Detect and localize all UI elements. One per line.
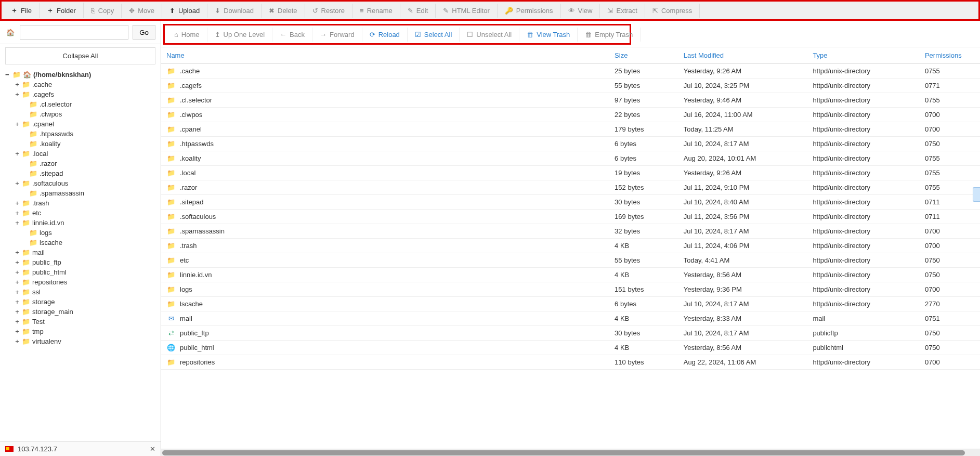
expand-icon[interactable]: + (15, 268, 20, 276)
table-row[interactable]: linnie.id.vn4 KBYesterday, 8:56 AMhttpd/… (161, 268, 980, 282)
table-row[interactable]: .trash4 KBJul 11, 2024, 4:06 PMhttpd/uni… (161, 239, 980, 253)
col-size[interactable]: Size (609, 47, 678, 64)
table-row[interactable]: .spamassassin32 bytesJul 10, 2024, 8:17 … (161, 224, 980, 239)
table-row[interactable]: logs151 bytesYesterday, 9:36 PMhttpd/uni… (161, 282, 980, 297)
table-row[interactable]: mail4 KBYesterday, 8:33 AMmail0751 (161, 311, 980, 326)
table-row[interactable]: .cl.selector97 bytesYesterday, 9:46 AMht… (161, 93, 980, 108)
tree-item[interactable]: .koality (15, 139, 161, 149)
tree-item[interactable]: .sitepad (15, 168, 161, 178)
tree-item[interactable]: +storage_main (15, 307, 161, 317)
horizontal-scrollbar[interactable] (161, 449, 980, 456)
table-row[interactable]: .cache25 bytesYesterday, 9:26 AMhttpd/un… (161, 64, 980, 79)
back-button[interactable]: Back (272, 28, 312, 42)
delete-button[interactable]: Delete (262, 4, 305, 18)
expand-icon[interactable]: + (15, 308, 20, 316)
tree-item[interactable]: +.cpanel (15, 119, 161, 129)
tree-item[interactable]: +linnie.id.vn (15, 218, 161, 228)
tree-item[interactable]: +public_ftp (15, 257, 161, 267)
table-row[interactable]: public_html4 KBYesterday, 8:56 AMpublich… (161, 341, 980, 355)
expand-icon[interactable]: + (15, 249, 20, 256)
tree-item[interactable]: +.trash (15, 198, 161, 208)
tree-item[interactable]: +public_html (15, 267, 161, 277)
tree-item[interactable]: .htpasswds (15, 129, 161, 139)
file-button[interactable]: File (4, 3, 40, 18)
go-button[interactable]: Go (133, 25, 155, 40)
expand-icon[interactable]: + (15, 179, 20, 187)
forward-button[interactable]: Forward (312, 28, 362, 42)
expand-icon[interactable]: + (15, 337, 20, 345)
home-icon[interactable] (5, 29, 16, 36)
side-tab[interactable] (973, 187, 980, 202)
expand-icon[interactable]: + (15, 120, 20, 128)
table-row[interactable]: public_ftp30 bytesJul 10, 2024, 8:17 AMp… (161, 326, 980, 341)
empty-trash-button[interactable]: Empty Trash (578, 28, 641, 42)
expand-icon[interactable]: + (15, 150, 20, 158)
tree-item[interactable]: .cl.selector (15, 99, 161, 109)
tree-item[interactable]: .clwpos (15, 109, 161, 119)
file-table-wrap[interactable]: Name Size Last Modified Type Permissions… (161, 47, 980, 449)
tree-item[interactable]: +Test (15, 317, 161, 327)
home-button[interactable]: Home (167, 28, 207, 42)
collapse-icon[interactable]: − (5, 71, 10, 79)
html-editor-button[interactable]: HTML Editor (436, 4, 497, 18)
tree-item[interactable]: +etc (15, 208, 161, 218)
permissions-button[interactable]: Permissions (498, 4, 561, 18)
table-row[interactable]: etc55 bytesToday, 4:41 AMhttpd/unix-dire… (161, 253, 980, 268)
view-button[interactable]: View (561, 4, 600, 18)
tree-item[interactable]: +.local (15, 149, 161, 159)
tree-item[interactable]: +tmp (15, 327, 161, 336)
extract-button[interactable]: Extract (600, 4, 645, 18)
tree-root[interactable]: − (/home/bknskhan) (5, 70, 161, 80)
expand-icon[interactable]: + (15, 278, 20, 286)
select-all-button[interactable]: Select All (408, 28, 460, 42)
table-row[interactable]: .htpasswds6 bytesJul 10, 2024, 8:17 AMht… (161, 137, 980, 151)
view-trash-button[interactable]: View Trash (519, 28, 578, 42)
tree-item[interactable]: +mail (15, 247, 161, 257)
table-row[interactable]: .clwpos22 bytesJul 16, 2024, 11:00 AMhtt… (161, 108, 980, 122)
rename-button[interactable]: Rename (352, 4, 400, 18)
tree-item[interactable]: +repositories (15, 277, 161, 287)
expand-icon[interactable]: + (15, 258, 20, 266)
table-row[interactable]: .cagefs55 bytesJul 10, 2024, 3:25 PMhttp… (161, 79, 980, 93)
up-one-level-button[interactable]: Up One Level (207, 28, 273, 42)
table-row[interactable]: .local19 bytesYesterday, 9:26 AMhttpd/un… (161, 166, 980, 180)
expand-icon[interactable]: + (15, 199, 20, 207)
table-row[interactable]: lscache6 bytesJul 10, 2024, 8:17 AMhttpd… (161, 297, 980, 311)
expand-icon[interactable]: + (15, 328, 20, 335)
table-row[interactable]: .razor152 bytesJul 11, 2024, 9:10 PMhttp… (161, 180, 980, 195)
col-permissions[interactable]: Permissions (920, 47, 980, 64)
tree-item[interactable]: +virtualenv (15, 336, 161, 346)
reload-button[interactable]: Reload (362, 28, 408, 42)
tree-item[interactable]: +storage (15, 297, 161, 307)
unselect-all-button[interactable]: Unselect All (460, 28, 519, 42)
expand-icon[interactable]: + (15, 298, 20, 306)
expand-icon[interactable]: + (15, 81, 20, 88)
path-input[interactable] (20, 25, 128, 40)
folder-button[interactable]: Folder (40, 3, 84, 18)
table-row[interactable]: .cpanel179 bytesToday, 11:25 AMhttpd/uni… (161, 122, 980, 137)
table-row[interactable]: .sitepad30 bytesJul 10, 2024, 8:40 AMhtt… (161, 195, 980, 210)
expand-icon[interactable]: + (15, 90, 20, 98)
copy-button[interactable]: Copy (84, 4, 122, 18)
tree-item[interactable]: +ssl (15, 287, 161, 297)
compress-button[interactable]: Compress (645, 4, 700, 18)
col-name[interactable]: Name (161, 47, 609, 64)
download-button[interactable]: Download (207, 4, 262, 18)
expand-icon[interactable]: + (15, 318, 20, 325)
edit-button[interactable]: Edit (400, 4, 436, 18)
tree-item[interactable]: logs (15, 228, 161, 238)
tree-item[interactable]: +.cache (15, 80, 161, 89)
move-button[interactable]: Move (122, 4, 162, 18)
upload-button[interactable]: Upload (162, 4, 207, 18)
tree-item[interactable]: lscache (15, 238, 161, 247)
tree-item[interactable]: .spamassassin (15, 188, 161, 198)
col-modified[interactable]: Last Modified (678, 47, 808, 64)
tree-item[interactable]: +.softaculous (15, 178, 161, 188)
expand-icon[interactable]: + (15, 288, 20, 296)
restore-button[interactable]: Restore (305, 4, 353, 18)
table-row[interactable]: .koality6 bytesAug 20, 2024, 10:01 AMhtt… (161, 151, 980, 166)
table-row[interactable]: repositories110 bytesAug 22, 2024, 11:06… (161, 355, 980, 370)
tree-item[interactable]: .razor (15, 159, 161, 168)
col-type[interactable]: Type (807, 47, 920, 64)
table-row[interactable]: .softaculous169 bytesJul 11, 2024, 3:56 … (161, 210, 980, 224)
